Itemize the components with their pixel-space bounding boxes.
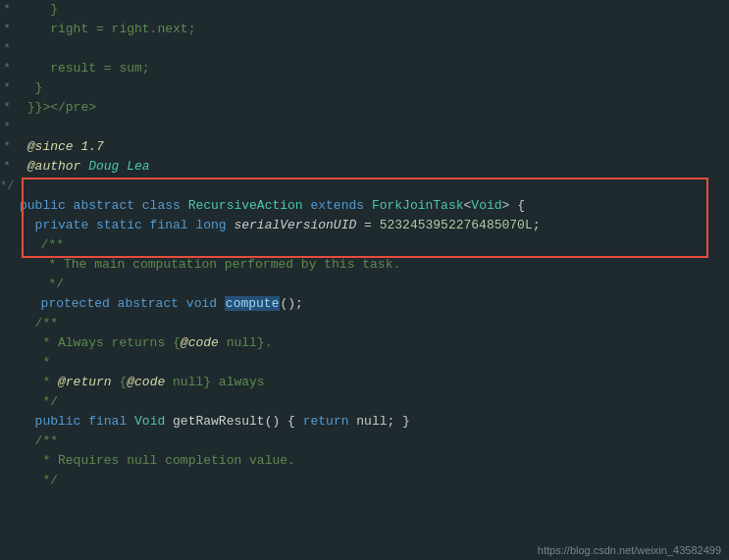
code-line: public final Void getRawResult() { retur… (0, 412, 729, 432)
line-content: * (18, 353, 729, 373)
line-content: }}></pre> (18, 98, 729, 118)
code-line: * @return {@code null} always (0, 373, 729, 392)
code-line: * right = right.next; (0, 20, 729, 39)
line-content: /** (18, 314, 729, 333)
line-content: public abstract class RecursiveAction ex… (18, 196, 729, 216)
line-content: * Requires null completion value. (18, 451, 729, 471)
line-content: * Always returns {@code null}. (18, 333, 729, 353)
line-content: protected abstract void compute(); (24, 294, 729, 314)
line-gutter: */ (0, 177, 18, 196)
line-content: @since 1.7 (18, 137, 729, 157)
code-line: * result = sum; (0, 59, 729, 78)
line-content: */ (18, 392, 729, 412)
line-gutter: * (0, 98, 18, 118)
code-line: protected abstract void compute(); (0, 294, 729, 314)
code-line: */ (0, 392, 729, 412)
line-content: /** (24, 235, 729, 255)
code-editor: * } * right = right.next; * * result = s… (0, 0, 729, 560)
code-line: * } (0, 78, 729, 98)
code-line: * @author Doug Lea (0, 157, 729, 177)
line-content: } (18, 0, 729, 20)
code-line: * @since 1.7 (0, 137, 729, 157)
line-content: /** (18, 432, 729, 451)
code-line: * The main computation performed by this… (0, 255, 729, 275)
line-gutter: * (0, 0, 18, 20)
code-line: */ (0, 471, 729, 490)
line-gutter: * (0, 118, 18, 137)
code-line: /** (0, 235, 729, 255)
compute-highlight: compute (225, 296, 281, 311)
line-content: right = right.next; (18, 20, 729, 39)
line-content: result = sum; (18, 59, 729, 78)
line-content: } (18, 78, 729, 98)
code-line: */ (0, 275, 729, 294)
code-line: * (0, 39, 729, 59)
line-content: */ (24, 275, 729, 294)
code-line: * }}></pre> (0, 98, 729, 118)
watermark: https://blog.csdn.net/weixin_43582499 (538, 544, 721, 556)
code-line: /** (0, 314, 729, 333)
line-gutter: * (0, 39, 18, 59)
code-line: private static final long serialVersionU… (0, 216, 729, 235)
code-line: * } (0, 0, 729, 20)
line-gutter: * (0, 78, 18, 98)
code-line: */ (0, 177, 729, 196)
code-line: /** (0, 432, 729, 451)
line-gutter: * (0, 59, 18, 78)
line-gutter: * (0, 157, 18, 177)
line-content: */ (18, 471, 729, 490)
code-line: * Always returns {@code null}. (0, 333, 729, 353)
line-content: * @return {@code null} always (18, 373, 729, 392)
code-line: public abstract class RecursiveAction ex… (0, 196, 729, 216)
code-line: * (0, 353, 729, 373)
code-line: * (0, 118, 729, 137)
line-content: * The main computation performed by this… (24, 255, 729, 275)
line-gutter: * (0, 20, 18, 39)
line-gutter: * (0, 137, 18, 157)
line-content: public final Void getRawResult() { retur… (18, 412, 729, 432)
code-line: * Requires null completion value. (0, 451, 729, 471)
line-content: @author Doug Lea (18, 157, 729, 177)
line-content: private static final long serialVersionU… (18, 216, 729, 235)
